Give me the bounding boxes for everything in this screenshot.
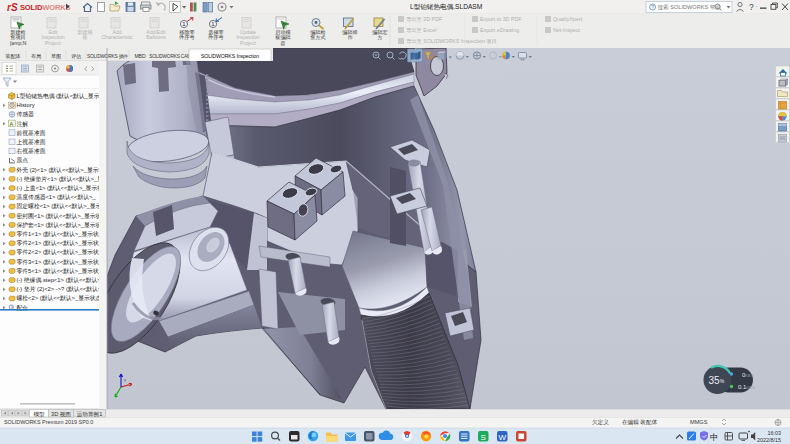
svg-text:零件5<1> (默认<<默认>_显示状态: 零件5<1> (默认<<默认>_显示状态 <box>17 267 105 275</box>
svg-text:草图: 草图 <box>51 53 61 59</box>
svg-text:(-) 上盖<1> (默认<<默认>_显示状: (-) 上盖<1> (默认<<默认>_显示状 <box>17 184 104 192</box>
svg-text:注解: 注解 <box>17 121 29 128</box>
svg-text:Project: Project <box>45 40 61 46</box>
svg-text:欠定义: 欠定义 <box>592 419 609 426</box>
svg-text:Export to 3D PDF: Export to 3D PDF <box>480 16 522 22</box>
svg-text:History: History <box>17 102 35 108</box>
svg-text:QualityXpert: QualityXpert <box>553 16 583 22</box>
svg-text:S: S <box>481 433 486 442</box>
svg-text:布局: 布局 <box>31 53 41 60</box>
svg-text:右视基准面: 右视基准面 <box>16 147 46 155</box>
svg-text:固定螺栓<1> (默认<<默认>_显示: 固定螺栓<1> (默认<<默认>_显示 <box>17 202 102 210</box>
svg-text:密封圈<1> (默认<<默认>_显示状: 密封圈<1> (默认<<默认>_显示状 <box>17 212 102 220</box>
svg-text:导出至 SOLIDWORKS Inspection 项目: 导出至 SOLIDWORKS Inspection 项目 <box>406 38 497 45</box>
svg-text:·: · <box>756 3 758 9</box>
svg-text:温度传感器<1> (默认<<默认>_: 温度传感器<1> (默认<<默认>_ <box>16 193 97 201</box>
svg-text:评估: 评估 <box>71 53 82 60</box>
svg-text:SOLIDWORKS Premium 2019 SP0.0: SOLIDWORKS Premium 2019 SP0.0 <box>4 419 93 425</box>
svg-text:螺栓<2> (默认<<默认>_显示状态: 螺栓<2> (默认<<默认>_显示状态 <box>17 294 102 302</box>
svg-text:零件2<1> (默认<<默认>_显示状态: 零件2<1> (默认<<默认>_显示状态 <box>17 239 105 247</box>
svg-text:运动算例1: 运动算例1 <box>77 411 103 418</box>
svg-text:W: W <box>499 433 507 442</box>
svg-text:Export eDrawing: Export eDrawing <box>480 27 519 33</box>
svg-text:原点: 原点 <box>17 156 29 163</box>
svg-text:(-) 垫片 (2)<2> ->? (默认<<默认>: (-) 垫片 (2)<2> ->? (默认<<默认> <box>17 286 102 293</box>
svg-text:2022/8/15: 2022/8/15 <box>757 437 781 443</box>
svg-text:导出至 2D PDF: 导出至 2D PDF <box>406 16 443 22</box>
svg-text:件序号: 件序号 <box>207 34 223 40</box>
svg-text:Project: Project <box>240 40 256 46</box>
svg-text:保护套<1> (默认<<默认>_显示状: 保护套<1> (默认<<默认>_显示状 <box>17 221 102 229</box>
svg-text:前视基准面: 前视基准面 <box>16 129 46 137</box>
svg-text:?: ? <box>749 2 754 12</box>
svg-text:导出至 Excel: 导出至 Excel <box>406 27 436 33</box>
svg-text:MBD: MBD <box>134 53 146 59</box>
svg-text:上视基准面: 上视基准面 <box>17 138 46 146</box>
svg-text:Characteristic: Characteristic <box>101 34 133 40</box>
svg-text:(-) 绝缘垫片<1> (默认<<默认>_显: (-) 绝缘垫片<1> (默认<<默认>_显 <box>17 176 104 183</box>
svg-text:3D 视图: 3D 视图 <box>51 411 71 418</box>
svg-text:传感器: 传感器 <box>17 111 35 118</box>
svg-text:模型: 模型 <box>33 411 45 417</box>
svg-text:查方式: 查方式 <box>310 34 325 41</box>
svg-text:(amp;N: (amp;N <box>10 40 27 46</box>
svg-text:零件1<1> (默认<<默认>_显示状态: 零件1<1> (默认<<默认>_显示状态 <box>17 230 105 238</box>
svg-text:16:03: 16:03 <box>768 430 782 436</box>
svg-text:MMGS: MMGS <box>690 419 708 425</box>
svg-text:板: 板 <box>81 34 87 40</box>
svg-text:外壳 (2)<1> (默认<<默认>_显示状: 外壳 (2)<1> (默认<<默认>_显示状 <box>16 166 105 174</box>
svg-text:SOLIDWORKS: SOLIDWORKS <box>20 3 70 12</box>
svg-text:方: 方 <box>377 34 382 41</box>
svg-text:(-) 绝缘偶.step<1> (默认<<默认>: (-) 绝缘偶.step<1> (默认<<默认> <box>17 277 102 284</box>
svg-text:Net-Inspect: Net-Inspect <box>553 27 581 33</box>
svg-text:SOLIDWORKS CAM: SOLIDWORKS CAM <box>149 54 191 59</box>
svg-text:L型铂铑热电偶.SLDASM: L型铂铑热电偶.SLDASM <box>410 3 482 11</box>
svg-text:A: A <box>10 121 14 127</box>
svg-text:SOLIDWORKS Inspection: SOLIDWORKS Inspection <box>201 53 259 59</box>
svg-text:中: 中 <box>710 432 719 442</box>
svg-text:rS: rS <box>7 2 18 13</box>
svg-text:件序号: 件序号 <box>178 34 194 40</box>
svg-text:y: y <box>124 377 126 382</box>
svg-text:零件2<2> (默认<<默认>_显示状态: 零件2<2> (默认<<默认>_显示状态 <box>17 248 105 256</box>
svg-text:?: ? <box>651 4 654 10</box>
svg-text:在编辑 装配体: 在编辑 装配体 <box>622 419 658 426</box>
svg-text:零件3<1> (默认<<默认>_显示状态: 零件3<1> (默认<<默认>_显示状态 <box>17 258 105 266</box>
svg-text:装配体: 装配体 <box>5 53 20 60</box>
svg-text:搜索 SOLIDWORKS 帮助: 搜索 SOLIDWORKS 帮助 <box>658 4 722 11</box>
svg-text:器: 器 <box>280 40 285 46</box>
svg-text:Balloons: Balloons <box>146 34 166 40</box>
